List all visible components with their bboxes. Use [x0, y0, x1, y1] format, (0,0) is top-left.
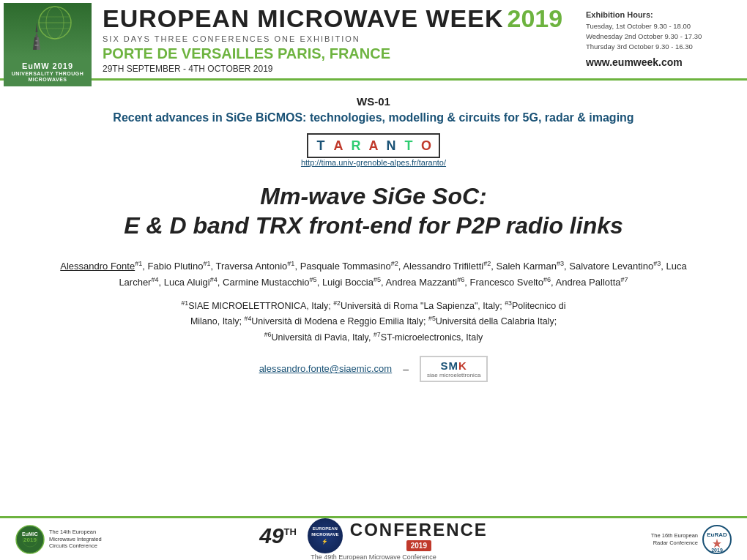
conference-section: 49 TH EUROPEAN MICROWAVE ⚡ CONFERENCE 20… — [259, 518, 488, 561]
svg-text:2019: 2019 — [711, 548, 723, 553]
svg-marker-11 — [36, 23, 38, 32]
taranto-container: T A R A N T O http://tima.univ-grenoble-… — [44, 133, 703, 178]
conf-badge: EUROPEAN MICROWAVE ⚡ — [308, 518, 343, 553]
conf-superscript: TH — [284, 526, 297, 537]
exhibition-hour-3: Thursday 3rd October 9.30 - 16.30 — [586, 42, 740, 52]
svg-text:EuRAD: EuRAD — [707, 531, 727, 538]
emw-title-text: EUROPEAN MICROWAVE WEEK — [103, 4, 504, 33]
conference-subtitle: The 49th European Microwave Conference — [311, 553, 436, 561]
eumw-logo: EuMW 2019 UNIVERSALITY THROUGH MICROWAVE… — [4, 3, 92, 76]
eumic-svg: EuMIC 2019 — [15, 524, 45, 555]
header-main: EUROPEAN MICROWAVE WEEK 2019 SIX DAYS TH… — [95, 0, 579, 78]
svg-rect-10 — [35, 45, 39, 46]
siae-logo-text: SMK — [441, 359, 467, 372]
affil-line3: #6Università di Pavia, Italy, #7ST-micro… — [44, 329, 703, 345]
affiliations-section: #1SIAE MICROELETTRONICA, Italy; #2Univer… — [44, 298, 703, 344]
page-footer: EuMIC 2019 The 14th European Microwave I… — [0, 516, 747, 560]
eurad-desc: The 16th European Radar Conference — [643, 532, 698, 547]
conference-label: CONFERENCE — [350, 520, 488, 540]
dash-separator: – — [403, 363, 409, 375]
eumic-desc: The 14th European Microwave Integrated C… — [49, 529, 104, 550]
taranto-N: N — [383, 137, 399, 154]
affil-line2: Milano, Italy; #4Università di Modena e … — [44, 313, 703, 329]
eiffel-svg — [22, 4, 73, 56]
eurad-section: The 16th European Radar Conference EuRAD… — [643, 524, 732, 555]
emw-title: EUROPEAN MICROWAVE WEEK 2019 — [103, 4, 571, 33]
svg-marker-7 — [37, 37, 40, 50]
svg-marker-8 — [35, 32, 38, 37]
authors-section: Alessandro Fonte#1, Fabio Plutino#1, Tra… — [44, 258, 703, 291]
eumw-badge: EuMW 2019 UNIVERSALITY THROUGH MICROWAVE… — [4, 58, 92, 87]
emw-location: PORTE DE VERSAILLES PARIS, FRANCE — [103, 45, 571, 62]
workshop-title: Recent advances in SiGe BiCMOS: technolo… — [44, 111, 703, 124]
header-right: Exhibition Hours: Tuesday, 1st October 9… — [579, 0, 747, 78]
taranto-T: T — [313, 137, 329, 154]
main-content: WS-01 Recent advances in SiGe BiCMOS: te… — [0, 81, 747, 397]
eiffel-area — [4, 3, 92, 58]
emw-dates: 29TH SEPTEMBER - 4TH OCTOBER 2019 — [103, 64, 571, 74]
eumic-logo: EuMIC 2019 The 14th European Microwave I… — [15, 524, 104, 555]
main-title-line1: Mm-wave SiGe SoC: — [44, 182, 703, 211]
taranto-T2: T — [401, 137, 417, 154]
eumw-logo-container: EuMW 2019 UNIVERSALITY THROUGH MICROWAVE… — [0, 0, 95, 78]
svg-text:2019: 2019 — [23, 537, 37, 543]
taranto-R: R — [348, 137, 364, 154]
conf-year: 2019 — [406, 540, 431, 551]
siae-logo-sub: siae microelettronica — [427, 372, 480, 378]
taranto-url[interactable]: http://tima.univ-grenoble-alpes.fr/taran… — [301, 158, 446, 167]
contact-row: alessandro.fonte@siaemic.com – SMK siae … — [44, 356, 703, 382]
conference-logo: 49 TH EUROPEAN MICROWAVE ⚡ CONFERENCE 20… — [259, 518, 488, 553]
exhibition-hour-2: Wednesday 2nd October 9.30 - 17.30 — [586, 31, 740, 42]
svg-rect-9 — [36, 40, 38, 42]
exhibition-title: Exhibition Hours: — [586, 10, 740, 19]
exhibition-hours: Tuesday, 1st October 9.30 - 18.00 Wednes… — [586, 21, 740, 53]
taranto-A1: A — [330, 137, 346, 154]
emw-year: 2019 — [508, 4, 563, 33]
emw-subtitle: SIX DAYS THREE CONFERENCES ONE EXHIBITIO… — [103, 34, 571, 43]
eurad-logo: The 16th European Radar Conference EuRAD… — [643, 524, 732, 555]
taranto-O: O — [418, 137, 434, 154]
main-title: Mm-wave SiGe SoC: E & D band TRX front-e… — [44, 182, 703, 240]
main-title-line2: E & D band TRX front-end for P2P radio l… — [44, 211, 703, 240]
ws-code: WS-01 — [44, 95, 703, 108]
taranto-A2: A — [365, 137, 382, 154]
conf-number: 49 — [259, 523, 283, 548]
affil-line1: #1SIAE MICROELETTRONICA, Italy; #2Univer… — [44, 298, 703, 313]
page-header: EuMW 2019 UNIVERSALITY THROUGH MICROWAVE… — [0, 0, 747, 81]
conf-label-group: CONFERENCE 2019 — [350, 520, 488, 551]
eurad-svg: EuRAD 2019 — [702, 524, 732, 555]
svg-marker-6 — [33, 37, 37, 50]
siae-logo: SMK siae microelettronica — [420, 356, 488, 382]
eumic-section: EuMIC 2019 The 14th European Microwave I… — [15, 524, 104, 555]
taranto-logo-wrapper: T A R A N T O http://tima.univ-grenoble-… — [301, 133, 446, 178]
taranto-box: T A R A N T O — [307, 133, 440, 158]
contact-email[interactable]: alessandro.fonte@siaemic.com — [259, 363, 393, 374]
website-url: www.eumweek.com — [586, 56, 740, 68]
exhibition-hour-1: Tuesday, 1st October 9.30 - 18.00 — [586, 21, 740, 31]
conf-badge-text: EUROPEAN MICROWAVE ⚡ — [311, 526, 338, 545]
first-author: Alessandro Fonte — [60, 261, 135, 272]
